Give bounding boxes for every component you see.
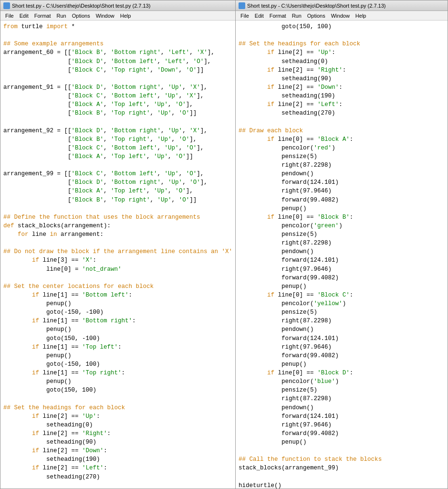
right-app-icon [239, 2, 245, 9]
left-menu-help[interactable]: Help [117, 12, 134, 19]
left-title-text: Short test.py - C:\Users\thejo\Desktop\S… [12, 3, 150, 9]
right-menu-window[interactable]: Window [328, 12, 353, 19]
app-container: Short test.py - C:\Users\thejo\Desktop\S… [0, 0, 448, 489]
left-menu-format[interactable]: Format [31, 12, 54, 19]
right-menu-run[interactable]: Run [289, 12, 304, 19]
left-menu-file[interactable]: File [2, 12, 17, 19]
right-menu-format[interactable]: Format [267, 12, 289, 19]
right-menu-edit[interactable]: Edit [252, 12, 267, 19]
right-code-area[interactable]: goto(150, 100) ## Set the headings for e… [236, 21, 448, 489]
left-menu-options[interactable]: Options [69, 12, 93, 19]
right-menu-file[interactable]: File [238, 12, 252, 19]
left-code-area[interactable]: from turtle import * ## Some example arr… [0, 21, 235, 489]
right-window: Short test.py - C:\Users\thejo\Desktop\S… [236, 0, 448, 489]
left-menu-window[interactable]: Window [93, 12, 117, 19]
right-menu-options[interactable]: Options [304, 12, 328, 19]
right-menu-bar: File Edit Format Run Options Window Help [236, 11, 448, 21]
left-menu-run[interactable]: Run [54, 12, 69, 19]
left-menu-bar: File Edit Format Run Options Window Help [0, 11, 235, 21]
right-title-bar: Short test.py - C:\Users\thejo\Desktop\S… [236, 0, 448, 11]
left-window: Short test.py - C:\Users\thejo\Desktop\S… [0, 0, 236, 489]
right-menu-help[interactable]: Help [353, 12, 369, 19]
app-icon [3, 2, 10, 9]
right-title-text: Short test.py - C:\Users\thejo\Desktop\S… [247, 3, 385, 9]
left-title-bar: Short test.py - C:\Users\thejo\Desktop\S… [0, 0, 235, 11]
left-menu-edit[interactable]: Edit [17, 12, 31, 19]
